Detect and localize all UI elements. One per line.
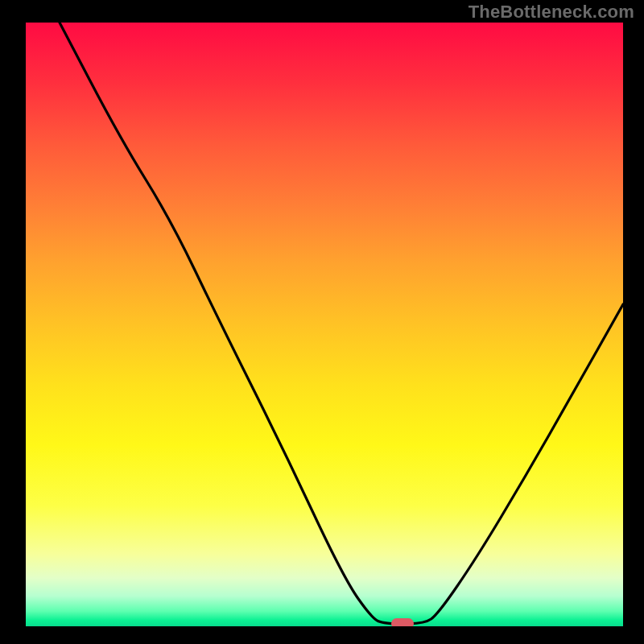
plot-area	[26, 23, 623, 626]
chart-frame: TheBottleneck.com	[0, 0, 644, 644]
watermark-text: TheBottleneck.com	[469, 2, 634, 23]
optimal-point-marker	[391, 618, 414, 627]
curve-path	[60, 23, 623, 624]
bottleneck-curve	[26, 23, 623, 626]
